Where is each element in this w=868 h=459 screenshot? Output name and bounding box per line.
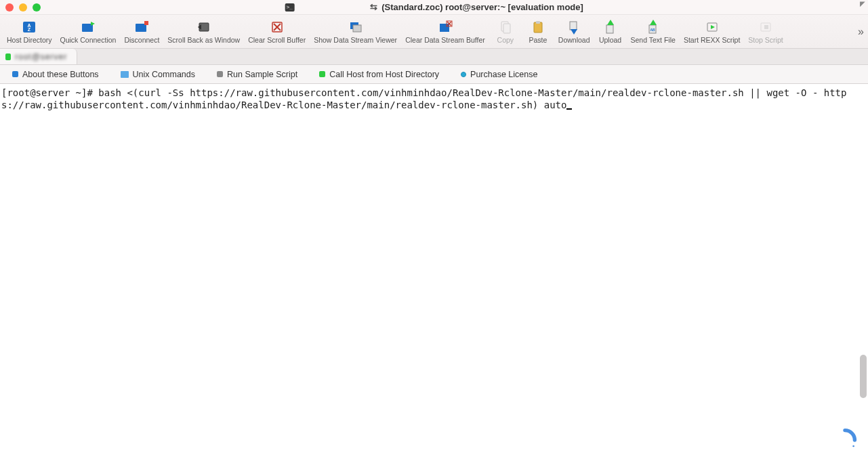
toolbar-label: Scroll Back as Window xyxy=(167,36,240,44)
bullet-icon xyxy=(217,71,223,77)
clear-scroll-icon xyxy=(269,20,285,35)
toolbar-label: Host Directory xyxy=(7,36,52,44)
start-rexx-icon xyxy=(704,20,720,35)
toolbar-label: Download xyxy=(558,36,590,44)
svg-rect-19 xyxy=(503,24,510,33)
svg-rect-20 xyxy=(534,22,542,32)
svg-rect-21 xyxy=(536,21,540,24)
svg-marker-23 xyxy=(571,29,577,35)
terminal-area[interactable]: [root@server ~]# bash <(curl -Ss https:/… xyxy=(0,84,868,459)
about-buttons-button[interactable]: About these Buttons xyxy=(12,70,99,79)
svg-rect-32 xyxy=(764,25,768,29)
bullet-icon xyxy=(319,71,325,77)
host-directory-icon: AZ xyxy=(21,20,37,35)
terminal-text: [root@server ~]# bash <(curl -Ss https:/… xyxy=(1,87,846,110)
quickbar: About these Buttons Unix Commands Run Sa… xyxy=(0,65,868,84)
terminal-prompt: [root@server ~]# xyxy=(1,87,98,98)
data-stream-icon xyxy=(348,20,364,35)
toolbar-label: Paste xyxy=(529,36,547,44)
purchase-license-button[interactable]: Purchase License xyxy=(461,70,537,79)
svg-rect-13 xyxy=(353,25,361,32)
toolbar-label: Upload xyxy=(599,36,621,44)
maximize-window-button[interactable] xyxy=(33,3,41,12)
svg-marker-30 xyxy=(711,25,715,29)
minimize-window-button[interactable] xyxy=(19,3,27,12)
quickbar-label: About these Buttons xyxy=(22,70,99,79)
toolbar-label: Start REXX Script xyxy=(684,36,740,44)
quickbar-label: Purchase License xyxy=(470,70,537,79)
start-rexx-button[interactable]: Start REXX Script xyxy=(680,18,744,45)
copy-icon xyxy=(497,20,514,35)
session-tab[interactable]: root@server xyxy=(0,49,77,64)
bullet-icon xyxy=(461,72,466,77)
clear-data-stream-button[interactable]: Clear Data Stream Buffer xyxy=(401,18,489,45)
disconnect-icon xyxy=(133,20,150,35)
call-host-button[interactable]: Call Host from Host Directory xyxy=(319,70,439,79)
paste-button[interactable]: Paste xyxy=(522,18,554,45)
window-controls xyxy=(5,3,41,12)
scroll-back-window-button[interactable]: Scroll Back as Window xyxy=(163,18,244,45)
toolbar-label: Copy xyxy=(497,36,514,44)
toolbar-label: Clear Scroll Buffer xyxy=(248,36,306,44)
tabstrip: root@server xyxy=(0,49,868,65)
run-sample-script-button[interactable]: Run Sample Script xyxy=(217,70,297,79)
toolbar-label: Clear Data Stream Buffer xyxy=(405,36,485,44)
quick-connection-icon xyxy=(80,20,96,35)
download-icon xyxy=(566,20,582,35)
toolbar-label: Stop Script xyxy=(748,36,783,44)
toolbar-label: Disconnect xyxy=(124,36,159,44)
toolbar-overflow-button[interactable]: » xyxy=(858,26,864,38)
toolbar: AZ Host Directory Quick Connection Disco… xyxy=(0,15,868,49)
bullet-icon xyxy=(12,71,18,77)
svg-rect-22 xyxy=(570,22,577,30)
upload-icon xyxy=(602,20,619,35)
window-title-text: (Standard.zoc) root@server:~ [evaluation… xyxy=(381,2,583,12)
tab-label: root@server xyxy=(15,52,67,62)
disconnect-button[interactable]: Disconnect xyxy=(120,18,163,45)
terminal-icon: >_ xyxy=(285,3,294,12)
quickbar-label: Call Host from Host Directory xyxy=(329,70,439,79)
folder-icon xyxy=(121,71,129,78)
terminal-cursor xyxy=(566,108,572,110)
scroll-back-icon xyxy=(196,20,212,35)
quickbar-label: Unix Commands xyxy=(133,70,195,79)
titlebar-corner-mark: ◤ xyxy=(860,0,865,7)
svg-point-33 xyxy=(852,445,854,447)
quick-connection-button[interactable]: Quick Connection xyxy=(56,18,121,45)
toolbar-label: Show Data Stream Viewer xyxy=(314,36,397,44)
svg-text:Z: Z xyxy=(28,27,31,32)
terminal-command: bash <(curl -Ss https://raw.githubuserco… xyxy=(1,87,846,110)
svg-text:AB: AB xyxy=(650,28,655,32)
paste-icon xyxy=(530,20,546,35)
unix-commands-button[interactable]: Unix Commands xyxy=(121,70,195,79)
svg-rect-6 xyxy=(144,21,148,25)
clear-scroll-buffer-button[interactable]: Clear Scroll Buffer xyxy=(244,18,310,45)
quickbar-label: Run Sample Script xyxy=(227,70,297,79)
send-text-icon: AB xyxy=(645,20,661,35)
send-text-file-button[interactable]: AB Send Text File xyxy=(627,18,680,45)
download-button[interactable]: Download xyxy=(554,18,594,45)
upload-button[interactable]: Upload xyxy=(594,18,627,45)
toolbar-label: Quick Connection xyxy=(60,36,117,44)
copy-button: Copy xyxy=(489,18,522,45)
stop-script-button: Stop Script xyxy=(744,18,787,45)
titlebar: >_ ⇆ (Standard.zoc) root@server:~ [evalu… xyxy=(0,0,868,15)
show-data-stream-button[interactable]: Show Data Stream Viewer xyxy=(310,18,401,45)
tab-status-indicator xyxy=(5,53,11,60)
recaptcha-badge xyxy=(833,428,857,452)
window-title: >_ ⇆ (Standard.zoc) root@server:~ [evalu… xyxy=(285,2,583,12)
clear-data-stream-icon xyxy=(437,20,453,35)
host-directory-button[interactable]: AZ Host Directory xyxy=(3,18,56,45)
toolbar-label: Send Text File xyxy=(631,36,676,44)
svg-marker-28 xyxy=(650,20,657,25)
stop-script-icon xyxy=(758,20,774,35)
close-window-button[interactable] xyxy=(5,3,14,12)
svg-rect-24 xyxy=(606,25,613,33)
connection-icon: ⇆ xyxy=(370,2,377,12)
vertical-scrollbar[interactable] xyxy=(860,355,867,398)
svg-marker-25 xyxy=(607,20,614,25)
